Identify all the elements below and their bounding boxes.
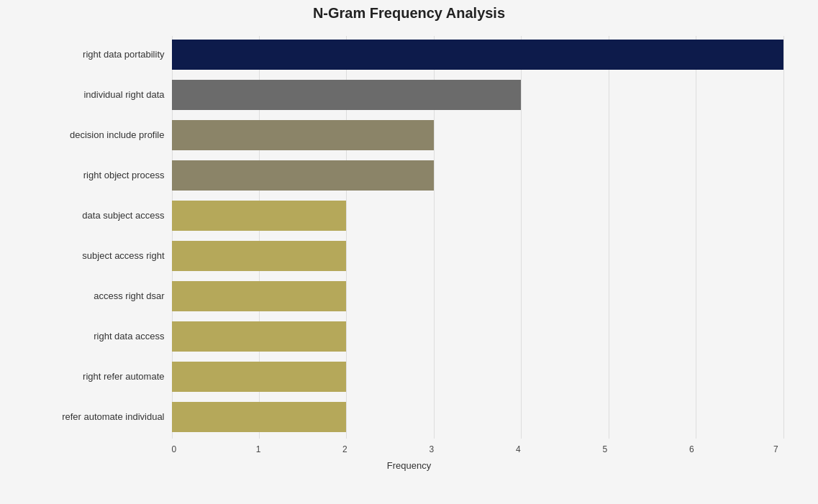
bar-track bbox=[172, 120, 783, 150]
chart-plot-area: right data portability individual right … bbox=[35, 36, 783, 471]
bar-label: decision include profile bbox=[35, 129, 172, 140]
x-tick: 5 bbox=[603, 444, 608, 454]
table-row: right object process bbox=[35, 157, 783, 194]
x-tick: 2 bbox=[342, 444, 347, 454]
table-row: right data portability bbox=[35, 36, 783, 73]
x-tick: 3 bbox=[430, 444, 435, 454]
grid-line bbox=[783, 36, 784, 439]
bar-track bbox=[172, 241, 783, 271]
x-axis-label: Frequency bbox=[35, 460, 783, 471]
bar-track bbox=[172, 321, 783, 352]
bar-label: right refer automate bbox=[35, 371, 172, 382]
bar-track bbox=[172, 40, 783, 70]
bar-label: individual right data bbox=[35, 89, 172, 100]
bar-track bbox=[172, 201, 783, 231]
table-row: subject access right bbox=[35, 237, 783, 275]
bar-fill bbox=[172, 160, 434, 191]
chart-container: N-Gram Frequency Analysis right data por… bbox=[14, 0, 805, 504]
table-row: decision include profile bbox=[35, 116, 783, 154]
bar-label: subject access right bbox=[35, 250, 172, 261]
x-axis: 01234567 bbox=[35, 444, 783, 454]
bar-fill bbox=[172, 281, 347, 311]
bar-fill bbox=[172, 362, 347, 392]
bar-track bbox=[172, 362, 783, 392]
bar-fill bbox=[172, 402, 347, 432]
x-tick: 1 bbox=[256, 444, 261, 454]
bar-label: right object process bbox=[35, 170, 172, 180]
table-row: right refer automate bbox=[35, 358, 783, 395]
x-tick: 0 bbox=[172, 444, 177, 454]
bar-track bbox=[172, 80, 783, 110]
table-row: data subject access bbox=[35, 197, 783, 234]
x-tick: 4 bbox=[516, 444, 521, 454]
bar-fill bbox=[172, 321, 347, 352]
bar-label: right data access bbox=[35, 331, 172, 342]
bar-track bbox=[172, 160, 783, 191]
bar-label: access right dsar bbox=[35, 290, 172, 301]
bar-track bbox=[172, 281, 783, 311]
bars-list: right data portability individual right … bbox=[35, 36, 783, 436]
bar-label: right data portability bbox=[35, 49, 172, 60]
x-axis-ticks: 01234567 bbox=[172, 444, 783, 454]
bar-fill bbox=[172, 241, 347, 271]
bar-fill bbox=[172, 80, 522, 110]
x-tick: 6 bbox=[689, 444, 694, 454]
bar-track bbox=[172, 402, 783, 432]
bar-fill bbox=[172, 40, 783, 70]
x-tick: 7 bbox=[773, 444, 778, 454]
table-row: refer automate individual bbox=[35, 398, 783, 436]
bar-label: refer automate individual bbox=[35, 411, 172, 422]
bar-fill bbox=[172, 120, 434, 150]
table-row: access right dsar bbox=[35, 278, 783, 315]
chart-title: N-Gram Frequency Analysis bbox=[35, 5, 783, 22]
bar-label: data subject access bbox=[35, 210, 172, 221]
bar-fill bbox=[172, 201, 347, 231]
table-row: right data access bbox=[35, 318, 783, 355]
table-row: individual right data bbox=[35, 76, 783, 114]
